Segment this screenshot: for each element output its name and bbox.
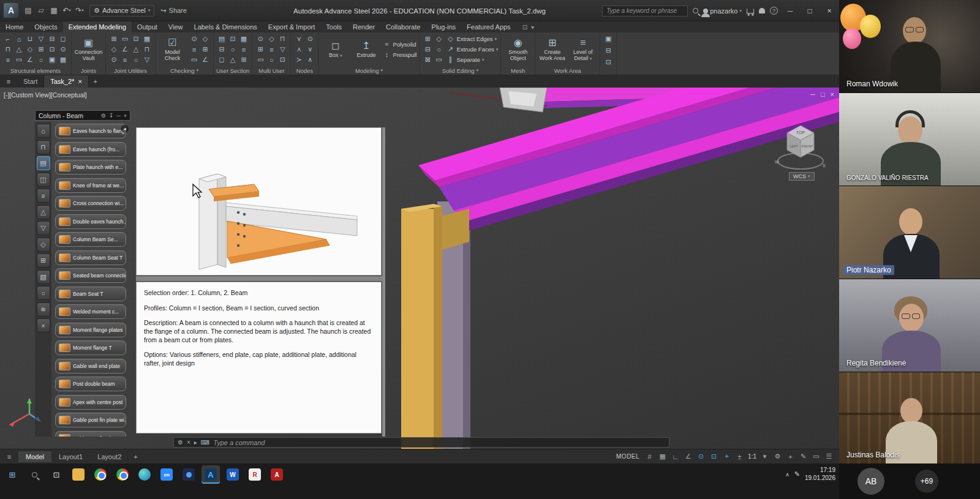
- category-icon[interactable]: ◫: [37, 173, 50, 187]
- ribbon-icon[interactable]: ◇: [108, 44, 119, 54]
- tab-tools[interactable]: Tools: [320, 21, 347, 32]
- ribbon-icon[interactable]: ⊞: [108, 34, 119, 44]
- tab-extended-modeling[interactable]: Extended Modeling: [63, 21, 132, 32]
- ribbon-icon[interactable]: ∠: [200, 54, 211, 65]
- chevron-down-icon[interactable]: ▾: [758, 452, 771, 460]
- close-icon[interactable]: ×: [831, 91, 834, 98]
- ribbon-icon[interactable]: ⊞: [422, 34, 433, 44]
- extrude-button[interactable]: ↥ Extrude: [352, 40, 380, 59]
- list-item[interactable]: Post double beam: [55, 377, 126, 391]
- list-item[interactable]: Moment flange T: [55, 340, 126, 355]
- ribbon-icon[interactable]: ○: [130, 54, 141, 65]
- tab-export-import[interactable]: Export & Import: [263, 21, 320, 32]
- notifications-bell-icon[interactable]: [759, 8, 765, 13]
- ribbon-icon[interactable]: ⊠: [422, 54, 433, 65]
- tab-featured-apps[interactable]: Featured Apps: [461, 21, 516, 32]
- clipboard-icon[interactable]: ▣: [603, 34, 614, 44]
- open-icon[interactable]: ▱: [35, 4, 47, 17]
- ribbon-icon[interactable]: ◻: [216, 54, 227, 65]
- share-button[interactable]: ↪ Share: [160, 7, 187, 15]
- store-cart-icon[interactable]: [747, 9, 755, 13]
- category-icon[interactable]: ▽: [37, 221, 50, 235]
- ribbon-icon[interactable]: ◇: [266, 34, 277, 44]
- chrome-icon-2[interactable]: [113, 465, 132, 484]
- ribbon-icon[interactable]: ⊙: [189, 34, 200, 44]
- ribbon-icon[interactable]: ∠: [24, 54, 36, 65]
- connection-vault-button[interactable]: ▣ Connection Vault: [74, 37, 103, 62]
- create-work-area-button[interactable]: ⊞ Create Work Area: [538, 37, 567, 62]
- list-item[interactable]: Double eaves haunch...: [55, 214, 126, 229]
- acrobat-icon[interactable]: A: [268, 465, 286, 484]
- ribbon-icon[interactable]: ≻: [293, 54, 304, 65]
- ribbon-icon[interactable]: ◻: [58, 34, 69, 44]
- tab-collaborate[interactable]: Collaborate: [380, 21, 426, 32]
- word-icon[interactable]: W: [224, 465, 242, 484]
- ribbon-icon[interactable]: ▦: [58, 54, 69, 65]
- list-item[interactable]: Column Beam Se...: [55, 232, 126, 247]
- close-icon[interactable]: ×: [820, 0, 839, 21]
- workspace-gear-icon[interactable]: ⚙: [771, 452, 784, 460]
- close-icon[interactable]: ×: [124, 113, 127, 119]
- list-item[interactable]: Gable post fin pla...: [55, 431, 126, 437]
- list-item[interactable]: Moment flange plates: [55, 323, 126, 337]
- ribbon-icon[interactable]: △: [13, 44, 24, 54]
- ribbon-icon[interactable]: ◇: [200, 34, 211, 44]
- extrude-faces-button[interactable]: ↗Extrude Faces▾: [446, 45, 498, 54]
- ribbon-icon[interactable]: ⊡: [277, 54, 288, 65]
- extract-edges-button[interactable]: ◇Extract Edges▾: [446, 34, 498, 44]
- ribbon-icon[interactable]: ⊙: [304, 34, 315, 44]
- ribbon-icon[interactable]: ⊟: [216, 44, 227, 54]
- hamburger-icon[interactable]: ≡: [0, 453, 18, 460]
- units-icon[interactable]: ✎: [797, 452, 810, 460]
- category-icon[interactable]: ⊓: [37, 140, 50, 154]
- category-icon[interactable]: ▧: [37, 270, 50, 284]
- list-item[interactable]: Apex with centre post: [55, 395, 126, 410]
- connection-bracket[interactable]: [500, 88, 547, 112]
- participant-tile[interactable]: Regita Bendikienė: [839, 279, 980, 372]
- category-icon-selected[interactable]: ▤: [37, 156, 50, 170]
- annotation-scale[interactable]: 1:1: [746, 453, 758, 460]
- ribbon-icon[interactable]: ▭: [433, 54, 444, 65]
- list-item[interactable]: Gable wall end plate: [55, 359, 126, 373]
- ribbon-icon[interactable]: ≡: [266, 44, 277, 54]
- grid-icon[interactable]: #: [643, 453, 656, 460]
- app-logo-icon[interactable]: A: [4, 3, 18, 18]
- wcs-selector[interactable]: WCS ▾: [789, 172, 815, 181]
- ribbon-icon[interactable]: ≡: [119, 54, 130, 65]
- chevron-down-icon[interactable]: ▾: [380, 68, 383, 73]
- front-column[interactable]: [401, 204, 442, 449]
- osnap-icon[interactable]: ⊙: [695, 452, 707, 460]
- ribbon-icon[interactable]: ∠: [119, 44, 130, 54]
- chevron-down-icon[interactable]: ▾: [477, 68, 479, 73]
- tab-output[interactable]: Output: [132, 21, 163, 32]
- category-icon[interactable]: △: [37, 205, 50, 219]
- category-icon[interactable]: ≋: [37, 302, 50, 317]
- ribbon-icon[interactable]: ▭: [13, 54, 24, 65]
- list-item[interactable]: Knee of frame at we...: [55, 178, 126, 193]
- viewport-controls-label[interactable]: [-][Custom View][Conceptual]: [4, 91, 87, 99]
- pin-icon[interactable]: ↧: [109, 113, 114, 119]
- annotation-monitor-icon[interactable]: +: [784, 453, 797, 460]
- list-item[interactable]: Beam Seat T: [55, 287, 126, 301]
- participant-tile[interactable]: Piotr Nazarko: [839, 186, 980, 279]
- help-icon[interactable]: ?: [770, 7, 778, 15]
- tab-view[interactable]: View: [163, 21, 189, 32]
- print-icon[interactable]: ▦: [48, 4, 60, 17]
- palette-header[interactable]: Column - Beam ⚙ ↧ ─ ×: [35, 110, 130, 121]
- ribbon-icon[interactable]: ⊞: [200, 44, 211, 54]
- command-input[interactable]: [213, 439, 665, 446]
- hamburger-icon[interactable]: ≡: [0, 75, 17, 88]
- clipboard-icon[interactable]: ⊟: [603, 45, 614, 56]
- viewport[interactable]: [-][Custom View][Conceptual] ─ □ × TOP L…: [0, 88, 839, 449]
- advance-steel-taskbar-icon[interactable]: A: [202, 465, 220, 484]
- category-icon[interactable]: ≡: [37, 189, 50, 203]
- tab-render[interactable]: Render: [347, 21, 380, 32]
- ribbon-icon[interactable]: ≡: [189, 44, 200, 54]
- separate-button[interactable]: ∥Separate▾: [446, 55, 498, 65]
- teams-icon[interactable]: [179, 465, 198, 484]
- list-item[interactable]: Eaves haunch (fro...: [55, 142, 126, 157]
- restore-icon[interactable]: □: [800, 0, 820, 21]
- ribbon-icon[interactable]: ○: [36, 54, 47, 65]
- ribbon-icon[interactable]: ▤: [216, 34, 227, 44]
- ribbon-icon[interactable]: ⊟: [47, 34, 58, 44]
